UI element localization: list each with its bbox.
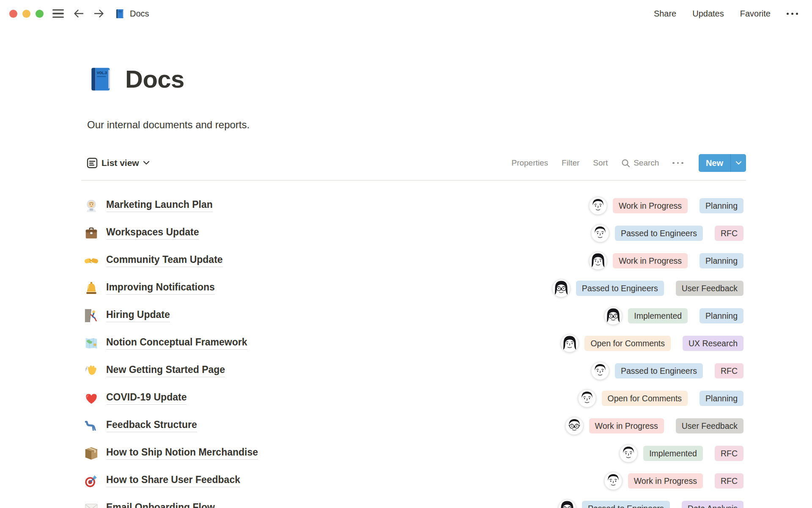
category-badge: RFC (715, 363, 743, 378)
filter-button[interactable]: Filter (562, 158, 579, 168)
view-switcher[interactable]: List view (87, 157, 150, 168)
category-badge: Data Analysis (682, 501, 743, 508)
status-badge: Open for Comments (584, 336, 671, 351)
avatar-woman-glasses (558, 499, 576, 508)
person-climbing-emoji-icon (84, 309, 99, 323)
category-badge: Planning (700, 308, 743, 323)
avatar-woman-glasses (604, 306, 623, 325)
avatar-man (591, 224, 609, 243)
bellhop-bell-emoji-icon (84, 281, 99, 295)
avatar-man (578, 389, 596, 408)
list-item[interactable]: Hiring Update Implemented Planning (81, 302, 746, 329)
status-badge: Work in Progress (613, 253, 688, 268)
row-title-link[interactable]: Hiring Update (106, 309, 170, 322)
category-badge: RFC (715, 226, 743, 241)
row-title-link[interactable]: Marketing Launch Plan (106, 199, 213, 212)
status-badge: Passed to Engineers (615, 226, 703, 241)
red-heart-emoji-icon (84, 391, 99, 406)
love-letter-emoji-icon (84, 501, 99, 508)
database-toolbar: List view Properties Filter Sort Search (81, 153, 746, 173)
status-badge: Work in Progress (613, 198, 688, 213)
status-badge: Passed to Engineers (615, 363, 703, 378)
notion-window: VOL.3 Docs Share Updates Favorite VOL.3 … (0, 0, 812, 508)
row-title-link[interactable]: Feedback Structure (106, 419, 197, 432)
view-label: List view (102, 158, 139, 168)
document-list: Marketing Launch Plan Work in Progress P… (81, 181, 746, 508)
briefcase-emoji-icon (84, 226, 99, 240)
row-title-link[interactable]: Improving Notifications (106, 282, 215, 295)
page-content: VOL.3 Docs Our internal documents and re… (81, 0, 746, 508)
zoom-window-button[interactable] (36, 10, 44, 18)
row-title-link[interactable]: Workspaces Update (106, 226, 199, 240)
category-badge: Planning (700, 198, 743, 213)
window-controls (9, 10, 44, 18)
row-title-link[interactable]: How to Ship Notion Merchandise (106, 447, 258, 460)
avatar-woman-glasses (552, 279, 571, 298)
page-description[interactable]: Our internal documents and reports. (87, 119, 250, 131)
status-badge: Implemented (643, 446, 703, 461)
list-item[interactable]: Community Team Update Work in Progress P… (81, 247, 746, 274)
category-badge: RFC (715, 446, 743, 461)
list-item[interactable]: How to Ship Notion Merchandise Implement… (81, 439, 746, 467)
sidebar-menu-icon[interactable] (52, 9, 64, 18)
dart-target-emoji-icon (84, 474, 99, 488)
row-title-link[interactable]: Community Team Update (106, 254, 223, 267)
waving-hand-emoji-icon (84, 364, 99, 378)
list-item[interactable]: Workspaces Update Passed to Engineers RF… (81, 219, 746, 247)
avatar-man (604, 472, 623, 490)
list-item[interactable]: Improving Notifications Passed to Engine… (81, 274, 746, 302)
new-dropdown-chevron-icon[interactable] (730, 154, 746, 172)
sort-button[interactable]: Sort (593, 158, 608, 168)
chevron-down-icon (143, 159, 150, 167)
list-item[interactable]: Notion Conceptual Framework Open for Com… (81, 329, 746, 357)
search-icon (621, 159, 630, 168)
search-label: Search (634, 158, 659, 168)
row-title-link[interactable]: Notion Conceptual Framework (106, 337, 247, 350)
list-item[interactable]: Email Onboarding Flow Passed to Engineer… (81, 494, 746, 508)
avatar-man (589, 196, 607, 215)
status-badge: Implemented (628, 308, 688, 323)
astronaut-emoji-icon (84, 199, 99, 213)
list-item[interactable]: Feedback Structure Work in Progress User… (81, 412, 746, 439)
list-item[interactable]: How to Share User Feedback Work in Progr… (81, 467, 746, 494)
avatar-man-glasses (565, 417, 584, 435)
list-view-icon (87, 157, 98, 168)
category-badge: RFC (715, 473, 743, 489)
list-item[interactable]: COVID-19 Update Open for Comments Planni… (81, 384, 746, 412)
row-title-link[interactable]: How to Share User Feedback (106, 474, 240, 487)
avatar-man (619, 444, 638, 463)
category-badge: User Feedback (676, 418, 743, 433)
more-options-icon[interactable] (787, 13, 798, 15)
row-title-link[interactable]: New Getting Started Page (106, 364, 225, 377)
package-emoji-icon (84, 446, 99, 461)
avatar-woman (589, 251, 607, 270)
status-badge: Passed to Engineers (576, 281, 664, 296)
status-badge: Open for Comments (602, 391, 688, 406)
toolbar-more-icon[interactable] (672, 162, 683, 164)
avatar-woman (560, 334, 579, 353)
list-item[interactable]: New Getting Started Page Passed to Engin… (81, 357, 746, 384)
category-badge: Planning (700, 391, 743, 406)
category-badge: UX Research (683, 336, 743, 351)
close-window-button[interactable] (9, 10, 17, 18)
page-title[interactable]: Docs (125, 65, 184, 93)
new-button[interactable]: New (699, 154, 746, 172)
page-icon-large[interactable]: VOL.3 (87, 66, 114, 93)
category-badge: User Feedback (676, 281, 743, 296)
status-badge: Work in Progress (628, 473, 703, 489)
sauropod-emoji-icon (84, 419, 99, 433)
search-button[interactable]: Search (621, 158, 659, 168)
row-title-link[interactable]: COVID-19 Update (106, 392, 187, 405)
avatar-man (591, 362, 609, 380)
minimize-window-button[interactable] (22, 10, 30, 18)
status-badge: Passed to Engineers (582, 501, 670, 508)
handshake-emoji-icon (84, 254, 99, 268)
world-map-emoji-icon (84, 336, 99, 351)
status-badge: Work in Progress (589, 418, 664, 433)
svg-text:VOL.3: VOL.3 (97, 71, 107, 75)
category-badge: Planning (700, 253, 743, 268)
new-button-label: New (699, 154, 730, 172)
list-item[interactable]: Marketing Launch Plan Work in Progress P… (81, 192, 746, 219)
properties-button[interactable]: Properties (511, 158, 548, 168)
row-title-link[interactable]: Email Onboarding Flow (106, 502, 215, 508)
